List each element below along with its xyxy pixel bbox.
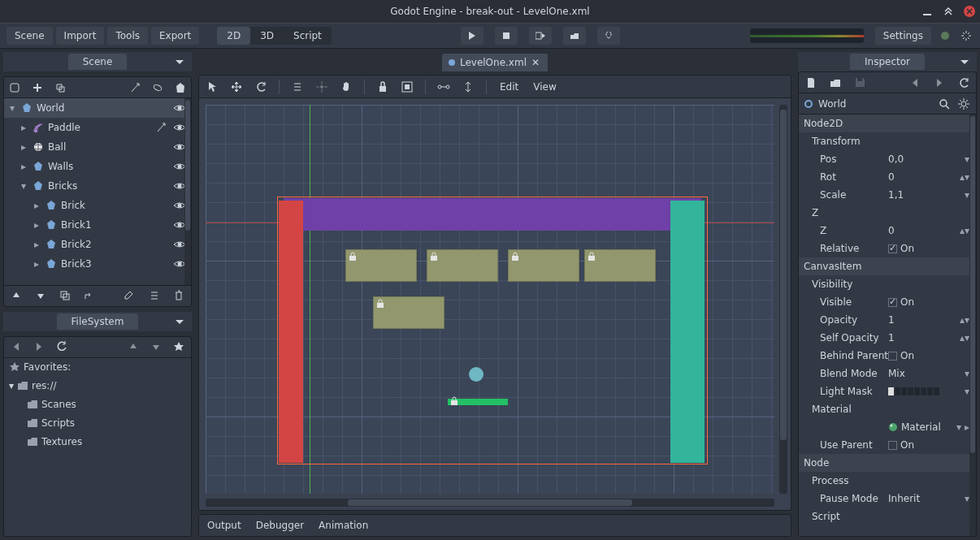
list-select-icon[interactable] — [289, 79, 306, 95]
fs-folder-scanes[interactable]: Scanes — [4, 395, 191, 414]
prop-value[interactable]: Mix▾ — [888, 368, 969, 379]
expand-icon[interactable]: ▾ — [19, 180, 28, 192]
scene-node-bricks[interactable]: ▾Bricks — [4, 176, 191, 196]
viewport-scrollbar-vertical[interactable] — [779, 105, 787, 494]
prop-opacity[interactable]: Opacity1▴▾ — [799, 311, 976, 329]
brick-4[interactable] — [373, 296, 444, 329]
viewport-scrollbar-horizontal[interactable] — [206, 499, 774, 507]
scene-node-paddle[interactable]: ▸Paddle — [4, 118, 191, 137]
fs-root[interactable]: ▾ res:// — [4, 377, 191, 395]
bones-tool-icon[interactable] — [436, 79, 452, 95]
new-node-icon[interactable] — [7, 80, 22, 95]
expand-icon[interactable]: ▾ — [7, 102, 17, 114]
expand-icon[interactable]: ▸ — [32, 258, 41, 270]
inspector-section-process[interactable]: Process — [799, 472, 976, 490]
canvas-viewport[interactable] — [206, 105, 774, 494]
prop-value[interactable]: On — [888, 296, 969, 308]
scene-node-walls[interactable]: ▸Walls — [4, 157, 191, 176]
filesystem-dock-tab[interactable]: FileSystem — [57, 313, 139, 330]
inspector-section-transform[interactable]: Transform — [799, 132, 976, 150]
insp-new-resource-icon[interactable] — [804, 76, 818, 90]
add-node-icon[interactable] — [30, 80, 45, 95]
fs-favorite-icon[interactable] — [171, 339, 186, 354]
move-down-icon[interactable] — [33, 288, 48, 303]
prop-value[interactable]: On — [888, 350, 969, 361]
render-options-icon[interactable] — [959, 28, 973, 43]
menu-scene[interactable]: Scene — [7, 27, 53, 45]
script-indicator-icon[interactable] — [155, 122, 167, 133]
fs-next-dir-icon[interactable] — [149, 339, 163, 354]
expand-icon[interactable]: ▸ — [32, 219, 41, 231]
prop-behind-parent[interactable]: Behind Parent On — [799, 347, 976, 365]
edit-children-icon[interactable] — [147, 288, 162, 303]
groups-icon[interactable] — [173, 80, 188, 95]
fs-prev-dir-icon[interactable] — [126, 339, 141, 354]
wall-left[interactable] — [279, 201, 303, 463]
wall-top[interactable] — [284, 198, 701, 231]
prop-pause-mode[interactable]: Pause ModeInherit▾ — [799, 490, 976, 508]
prop-value[interactable]: On — [888, 243, 969, 254]
menu-tools[interactable]: Tools — [107, 27, 148, 45]
scene-tree[interactable]: ▾World▸Paddle▸Ball▸Walls▾Bricks▸Brick▸Br… — [4, 98, 191, 285]
wall-right[interactable] — [670, 201, 705, 463]
menu-export[interactable]: Export — [151, 27, 199, 45]
tab-output[interactable]: Output — [207, 520, 241, 531]
inspector-section-visibility[interactable]: Visibility — [799, 275, 976, 293]
filesystem-dock-menu-icon[interactable] — [172, 315, 187, 330]
menu-import[interactable]: Import — [56, 27, 105, 45]
brick-3[interactable] — [584, 249, 656, 282]
fs-favorites[interactable]: Favorites: — [4, 358, 191, 377]
spinner-icon[interactable]: ▴▾ — [960, 332, 969, 343]
insp-save-resource-icon[interactable] — [852, 76, 867, 90]
scene-dock-menu-icon[interactable] — [172, 55, 187, 70]
prop-visible[interactable]: Visible On — [799, 293, 976, 311]
lightmask-grid[interactable] — [888, 387, 939, 395]
prop-value[interactable]: 1▴▾ — [888, 332, 969, 343]
scene-node-brick[interactable]: ▸Brick — [4, 196, 191, 215]
brick-2[interactable] — [508, 249, 579, 282]
settings-button[interactable]: Settings — [875, 27, 931, 45]
play-custom-button[interactable] — [563, 27, 586, 45]
mode-2d[interactable]: 2D — [217, 27, 250, 45]
expand-icon[interactable]: ▸ — [19, 141, 28, 153]
prop-z[interactable]: Z0▴▾ — [799, 222, 976, 240]
remote-debug-button[interactable] — [597, 27, 620, 45]
select-tool-icon[interactable] — [204, 79, 220, 95]
prop-scale[interactable]: Scale1,1▾ — [799, 186, 976, 204]
scene-node-world[interactable]: ▾World — [4, 98, 191, 118]
inspector-scrollbar[interactable] — [969, 114, 976, 536]
mode-script[interactable]: Script — [284, 27, 332, 45]
scene-node-brick1[interactable]: ▸Brick1 — [4, 215, 191, 235]
prop-relative[interactable]: Relative On — [799, 240, 976, 257]
checkbox-icon[interactable] — [888, 441, 897, 450]
inspector-body[interactable]: Node2DTransformPos0,0▾Rot0▴▾Scale1,1▾ZZ0… — [799, 114, 976, 536]
prop-blend-mode[interactable]: Blend ModeMix▾ — [799, 365, 976, 382]
checkbox-icon[interactable] — [888, 298, 897, 307]
scene-node-ball[interactable]: ▸Ball — [4, 137, 191, 157]
fs-folder-scripts[interactable]: Scripts — [4, 414, 191, 433]
dropdown-icon[interactable]: ▾ — [956, 421, 961, 433]
insp-load-resource-icon[interactable] — [828, 76, 843, 90]
expand-icon[interactable]: ▸ — [19, 122, 28, 133]
prop-value[interactable]: 0▴▾ — [888, 225, 969, 236]
checkbox-icon[interactable] — [888, 244, 897, 253]
fs-forward-icon[interactable] — [32, 339, 46, 354]
close-tab-icon[interactable]: ✕ — [531, 57, 540, 68]
tab-debugger[interactable]: Debugger — [256, 520, 304, 531]
prop-rot[interactable]: Rot0▴▾ — [799, 168, 976, 186]
rotate-tool-icon[interactable] — [253, 79, 269, 95]
fs-folder-textures[interactable]: Textures — [4, 433, 191, 451]
window-close-button[interactable] — [959, 0, 980, 23]
play-scene-button[interactable] — [529, 27, 552, 45]
lock-tool-icon[interactable] — [375, 79, 391, 95]
inspector-section-z[interactable]: Z — [799, 204, 976, 222]
multi-edit-icon[interactable] — [123, 288, 137, 303]
insp-history-next-icon[interactable] — [932, 76, 947, 90]
insp-history-menu-icon[interactable] — [956, 76, 971, 90]
anchor-tool-icon[interactable] — [460, 79, 476, 95]
move-tool-icon[interactable] — [228, 79, 245, 95]
spinner-icon[interactable]: ▴▾ — [960, 225, 969, 236]
fs-rescan-icon[interactable] — [54, 339, 69, 354]
prop-light-mask[interactable]: Light Mask▾ — [799, 382, 976, 400]
checkbox-icon[interactable] — [888, 352, 897, 361]
